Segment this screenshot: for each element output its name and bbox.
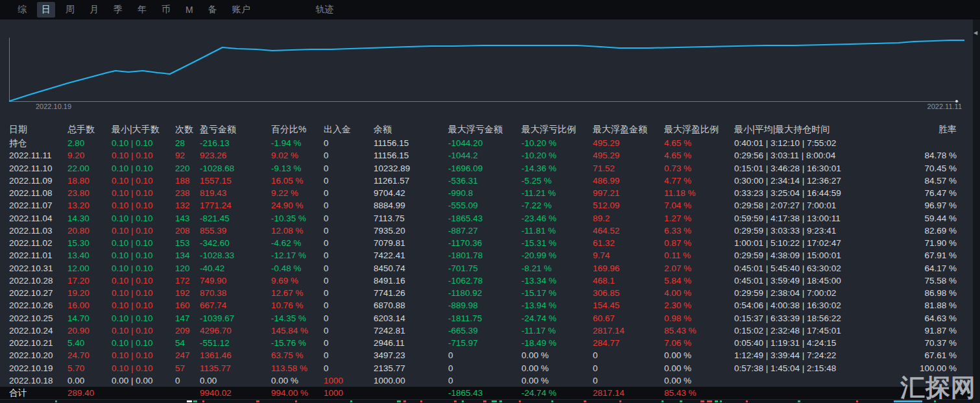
topbar-tab-币[interactable]: 币	[157, 2, 175, 18]
column-header-date[interactable]: 日期	[0, 121, 67, 137]
topbar-tab-账户[interactable]: 账户	[228, 2, 255, 18]
cell-time: 0:29:59 | 4:38:09 | 15:00:01	[734, 249, 899, 262]
table-row[interactable]: 2022.10.180.000.00 | 0.0000.000.00 %1000…	[0, 374, 980, 387]
column-header-mfp[interactable]: 最大浮盈金额	[593, 121, 664, 137]
cell-mfl: -715.97	[448, 337, 521, 349]
cell-time: 0:29:56 | 3:03:11 | 8:00:04	[734, 149, 899, 162]
trade-tick-mark	[499, 400, 502, 402]
cell-time: 1:12:49 | 3:39:44 | 7:24:22	[734, 349, 899, 361]
cell-mfpPct: 85.43 %	[664, 387, 734, 399]
column-header-cash[interactable]: 出入金	[324, 121, 374, 137]
table-row[interactable]: 2022.11.0215.300.10 | 0.10153-342.60-4.6…	[0, 237, 980, 249]
cell-balance: 2946.11	[374, 337, 448, 349]
cell-mfpPct: 0.87 %	[664, 237, 734, 249]
table-row[interactable]: 2022.11.0113.400.10 | 0.10134-1028.33-12…	[0, 249, 980, 262]
trade-tick-mark	[187, 400, 192, 402]
table-row[interactable]: 2022.11.0320.800.10 | 0.10208855.3912.08…	[0, 225, 980, 237]
cell-time: 0:45:01 | 3:59:49 | 18:45:00	[734, 275, 899, 287]
cell-pnl: 1557.15	[200, 175, 271, 187]
trade-tick-mark	[619, 400, 621, 402]
cell-lot: 0.10 | 0.10	[112, 312, 175, 324]
cell-date: 2022.11.04	[0, 212, 67, 225]
topbar-tab-M[interactable]: M	[181, 3, 198, 17]
cell-lot: 0.10 | 0.10	[112, 275, 175, 287]
column-header-pnl[interactable]: 盈亏金额	[200, 121, 271, 137]
chart-start-date-label: 2022.10.19	[36, 103, 71, 110]
cell-mfpPct: 5.84 %	[664, 275, 734, 287]
cell-cash: 0	[324, 337, 374, 349]
cell-pct: 145.84 %	[271, 324, 324, 337]
table-row[interactable]: 2022.11.0414.300.10 | 0.10143-821.45-10.…	[0, 212, 980, 225]
topbar-tab-综[interactable]: 综	[13, 2, 31, 18]
column-header-lot[interactable]: 最小|大手数	[112, 121, 175, 137]
daily-stats-table: 日期总手数最小|大手数次数盈亏金额百分比%出入金余额最大浮亏金额最大浮亏比例最大…	[0, 121, 980, 399]
table-row[interactable]: 2022.10.3112.000.10 | 0.10120-40.42-0.48…	[0, 262, 980, 275]
cell-mflPct: 0.00 %	[521, 374, 593, 387]
cell-balance: 7242.81	[374, 324, 448, 337]
column-header-win[interactable]: 胜率	[899, 121, 980, 137]
cell-mfp: 61.32	[593, 237, 664, 249]
topbar-tab-周[interactable]: 周	[61, 2, 79, 18]
cell-lot: 0.10 | 0.10	[112, 237, 175, 249]
cell-time: 0:33:23 | 3:25:04 | 16:44:59	[734, 187, 899, 199]
cell-pnl: 819.43	[200, 187, 271, 199]
cell-mfp: 495.29	[593, 149, 664, 162]
table-row[interactable]: 2022.10.195.700.10 | 0.10571135.77113.58…	[0, 362, 980, 374]
cell-mfp: 284.77	[593, 337, 664, 349]
cell-pct: 12.67 %	[271, 287, 324, 299]
topbar-tab-月[interactable]: 月	[85, 2, 103, 18]
cell-mflPct: -15.31 %	[521, 237, 593, 249]
trade-tick-mark	[584, 400, 586, 402]
table-row[interactable]: 2022.10.2024.700.10 | 0.102471361.4663.7…	[0, 349, 980, 361]
cell-mflPct: -13.94 %	[521, 299, 593, 311]
table-row[interactable]: 2022.10.2616.000.10 | 0.10160667.7410.76…	[0, 299, 980, 311]
trade-tick-mark	[295, 400, 297, 402]
right-scroll-rail[interactable]: ◀	[973, 19, 980, 403]
collapse-left-arrow-icon[interactable]: ◀	[974, 30, 977, 36]
table-row[interactable]: 2022.11.1022.000.10 | 0.10220-1028.68-9.…	[0, 162, 980, 175]
table-row[interactable]: 2022.10.2817.200.10 | 0.10172749.909.69 …	[0, 275, 980, 287]
topbar-tab-轨迹[interactable]: 轨迹	[311, 2, 339, 18]
table-row[interactable]: 持仓2.800.10 | 0.1028-216.13-1.94 %011156.…	[0, 137, 980, 149]
cell-time: 0:15:01 | 3:46:28 | 16:30:01	[734, 162, 899, 175]
cell-vol: 5.40	[67, 337, 112, 349]
cell-lot: 0.10 | 0.10	[112, 287, 175, 299]
column-header-vol[interactable]: 总手数	[67, 121, 112, 137]
cell-vol: 20.90	[67, 324, 112, 337]
topbar-tab-年[interactable]: 年	[133, 2, 151, 18]
topbar: 综日周月季年币M备账户轨迹	[0, 0, 980, 19]
cell-mfp: 169.96	[593, 262, 664, 275]
column-header-mfl[interactable]: 最大浮亏金额	[448, 121, 521, 137]
table-row[interactable]: 2022.11.0823.800.10 | 0.10238819.439.22 …	[0, 187, 980, 199]
cell-cash: 0	[324, 162, 374, 175]
table-row[interactable]: 2022.11.0918.800.10 | 0.101881557.1516.0…	[0, 175, 980, 187]
table-row-total[interactable]: 合计289.409940.02994.00 %1000-1865.43-24.7…	[0, 387, 980, 399]
topbar-tab-季[interactable]: 季	[109, 2, 127, 18]
table-row[interactable]: 2022.10.2719.200.10 | 0.10192870.3812.67…	[0, 287, 980, 299]
column-header-mfpPct[interactable]: 最大浮盈比例	[664, 121, 734, 137]
cell-date: 持仓	[0, 137, 67, 149]
column-header-count[interactable]: 次数	[175, 121, 200, 137]
column-header-pct[interactable]: 百分比%	[271, 121, 324, 137]
cell-win: 86.98 %	[899, 287, 980, 299]
table-row[interactable]: 2022.11.119.200.10 | 0.1092923.269.02 %0…	[0, 149, 980, 162]
topbar-tab-日[interactable]: 日	[37, 2, 55, 18]
trade-tick-mark	[680, 400, 682, 402]
table-row[interactable]: 2022.10.2420.900.10 | 0.102094296.70145.…	[0, 324, 980, 337]
cell-cash: 0	[324, 275, 374, 287]
trade-tick-mark	[55, 400, 57, 402]
topbar-tab-备[interactable]: 备	[204, 2, 222, 18]
cell-mfpPct: 0.11 %	[664, 249, 734, 262]
cell-count: 92	[175, 149, 200, 162]
cell-mfl: -701.75	[448, 262, 521, 275]
cell-win: 76.47 %	[899, 187, 980, 199]
column-header-mflPct[interactable]: 最大浮亏比例	[521, 121, 593, 137]
table-row[interactable]: 2022.10.2514.700.10 | 0.10147-1039.67-14…	[0, 312, 980, 324]
cell-cash: 0	[324, 324, 374, 337]
cell-date: 2022.10.18	[0, 374, 67, 387]
cell-mfp: 464.52	[593, 225, 664, 237]
column-header-time[interactable]: 最小|平均|最大持仓时间	[734, 121, 899, 137]
table-row[interactable]: 2022.11.0713.200.10 | 0.101321771.2424.9…	[0, 199, 980, 212]
table-row[interactable]: 2022.10.215.400.10 | 0.1054-551.12-15.76…	[0, 337, 980, 349]
column-header-balance[interactable]: 余额	[374, 121, 448, 137]
